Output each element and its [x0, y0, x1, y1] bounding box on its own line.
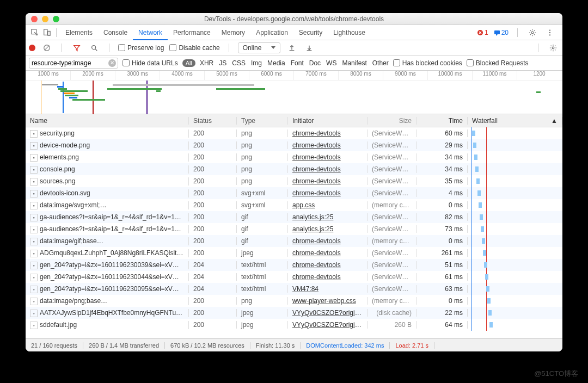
preserve-log-checkbox[interactable]: Preserve log — [118, 44, 164, 52]
filter-type-media[interactable]: Media — [267, 59, 285, 67]
footer-transferred: 260 B / 1.4 MB transferred — [83, 342, 165, 349]
initiator-link[interactable]: chrome-devtools — [292, 261, 341, 269]
filter-type-js[interactable]: JS — [219, 59, 226, 67]
network-settings-icon[interactable] — [547, 42, 559, 54]
table-row[interactable]: ▫elements.png200pngchrome-devtools(Servi… — [26, 151, 562, 163]
table-row[interactable]: ▫ga-audiences?t=sr&aip=1&_r=4&slf_rd=1&v… — [26, 223, 562, 235]
file-icon: ▫ — [30, 178, 38, 186]
more-icon[interactable] — [544, 27, 556, 39]
filter-all-pill[interactable]: All — [182, 59, 195, 67]
col-initiator[interactable]: Initiator — [288, 117, 367, 125]
initiator-link[interactable]: chrome-devtools — [292, 273, 341, 281]
tab-console[interactable]: Console — [98, 25, 133, 40]
filter-input[interactable] — [29, 58, 118, 69]
throttling-select[interactable]: Online — [238, 42, 281, 53]
record-icon[interactable] — [29, 45, 35, 51]
table-row[interactable]: ▫data:image/svg+xml;…200svg+xmlapp.css(m… — [26, 199, 562, 211]
upload-har-icon[interactable] — [286, 42, 298, 54]
file-icon: ▫ — [30, 130, 38, 138]
initiator-link[interactable]: chrome-devtools — [292, 189, 341, 197]
col-waterfall[interactable]: Waterfall▲ — [468, 117, 562, 125]
svg-point-8 — [549, 34, 550, 35]
col-status[interactable]: Status — [189, 117, 237, 125]
table-row[interactable]: ▫ga-audiences?t=sr&aip=1&_r=4&slf_rd=1&v… — [26, 211, 562, 223]
file-icon: ▫ — [30, 142, 38, 150]
table-row[interactable]: ▫security.png200pngchrome-devtools(Servi… — [26, 127, 562, 139]
search-icon[interactable] — [88, 42, 100, 54]
file-icon: ▫ — [30, 214, 38, 221]
table-row[interactable]: ▫data:image/gif;base…200gifchrome-devtoo… — [26, 235, 562, 247]
initiator-link[interactable]: app.css — [292, 201, 315, 209]
device-toggle-icon[interactable] — [41, 27, 53, 39]
table-row[interactable]: ▫gen_204?atyp=i&zx=1601196230039&sei=xV…… — [26, 259, 562, 271]
file-icon: ▫ — [30, 310, 38, 317]
overview-timeline[interactable]: 1000 ms2000 ms3000 ms4000 ms5000 ms6000 … — [26, 71, 562, 114]
svg-rect-4 — [494, 30, 500, 34]
initiator-link[interactable]: chrome-devtools — [292, 237, 341, 245]
initiator-link[interactable]: VYyQv0CSZOE?origin… — [292, 309, 365, 317]
table-row[interactable]: ▫gen_204?atyp=i&zx=1601196230095&sei=xV…… — [26, 283, 562, 295]
watermark: @51CTO博客 — [534, 369, 578, 379]
filter-type-manifest[interactable]: Manifest — [342, 59, 366, 67]
clear-filter-icon[interactable]: ✕ — [108, 59, 116, 67]
initiator-link[interactable]: VYyQv0CSZOE?origin… — [292, 321, 365, 329]
table-row[interactable]: ▫sddefault.jpg200jpegVYyQv0CSZOE?origin…… — [26, 319, 562, 331]
filter-type-xhr[interactable]: XHR — [200, 59, 213, 67]
blocked-requests-checkbox[interactable]: Blocked Requests — [467, 59, 529, 67]
download-har-icon[interactable] — [303, 42, 315, 54]
table-row[interactable]: ▫data:image/png;base…200pngwww-player-we… — [26, 295, 562, 307]
filter-type-other[interactable]: Other — [372, 59, 389, 67]
svg-point-5 — [531, 32, 534, 34]
filter-type-img[interactable]: Img — [251, 59, 262, 67]
initiator-link[interactable]: chrome-devtools — [292, 153, 341, 161]
svg-point-13 — [552, 47, 554, 49]
col-time[interactable]: Time — [416, 117, 468, 125]
error-badge[interactable]: 1 — [477, 29, 488, 36]
col-size[interactable]: Size — [367, 117, 416, 125]
disable-cache-checkbox[interactable]: Disable cache — [169, 44, 219, 52]
initiator-link[interactable]: chrome-devtools — [292, 141, 341, 149]
table-row[interactable]: ▫devtools-icon.svg200svg+xmlchrome-devto… — [26, 187, 562, 199]
initiator-link[interactable]: chrome-devtools — [292, 249, 341, 257]
initiator-link[interactable]: chrome-devtools — [292, 165, 341, 173]
request-table[interactable]: ▫security.png200pngchrome-devtools(Servi… — [26, 127, 562, 338]
table-row[interactable]: ▫device-mode.png200pngchrome-devtools(Se… — [26, 139, 562, 151]
filter-type-doc[interactable]: Doc — [309, 59, 321, 67]
filter-type-font[interactable]: Font — [291, 59, 304, 67]
tab-application[interactable]: Application — [250, 25, 293, 40]
has-blocked-cookies-checkbox[interactable]: Has blocked cookies — [393, 59, 462, 67]
inspect-icon[interactable] — [29, 27, 41, 39]
file-icon: ▫ — [30, 166, 38, 174]
tab-performance[interactable]: Performance — [168, 25, 216, 40]
col-type[interactable]: Type — [237, 117, 288, 125]
initiator-link[interactable]: VM47:84 — [292, 285, 318, 293]
svg-rect-1 — [44, 29, 47, 35]
col-name[interactable]: Name — [26, 117, 189, 125]
filter-icon[interactable] — [71, 42, 83, 54]
filter-type-ws[interactable]: WS — [326, 59, 336, 67]
tab-security[interactable]: Security — [293, 25, 328, 40]
clear-icon[interactable] — [41, 42, 53, 54]
tab-elements[interactable]: Elements — [60, 25, 98, 40]
initiator-link[interactable]: analytics.js:25 — [292, 213, 333, 221]
table-row[interactable]: ▫sources.png200pngchrome-devtools(Servic… — [26, 175, 562, 187]
svg-point-11 — [92, 45, 96, 49]
hide-data-urls-checkbox[interactable]: Hide data URLs — [122, 59, 178, 67]
initiator-link[interactable]: chrome-devtools — [292, 177, 341, 185]
tab-network[interactable]: Network — [133, 25, 168, 40]
filter-type-css[interactable]: CSS — [232, 59, 246, 67]
initiator-link[interactable]: chrome-devtools — [292, 129, 341, 137]
tab-lighthouse[interactable]: Lighthouse — [328, 25, 371, 40]
table-row[interactable]: ▫ADGmqu8qexLZuhphT_0Aj88Ng8riLFKASQlslt…… — [26, 247, 562, 259]
table-row[interactable]: ▫console.png200pngchrome-devtools(Servic… — [26, 163, 562, 175]
settings-icon[interactable] — [526, 27, 538, 39]
tab-memory[interactable]: Memory — [216, 25, 250, 40]
initiator-link[interactable]: www-player-webp.css — [292, 297, 356, 305]
panel-tabs: ElementsConsoleNetworkPerformanceMemoryA… — [26, 25, 562, 40]
table-row[interactable]: ▫gen_204?atyp=i&zx=1601196230044&sei=xV…… — [26, 271, 562, 283]
table-row[interactable]: ▫AATXAJywSlpD1jf4EbqHXTfbe0mnyHqGFNTu…20… — [26, 307, 562, 319]
initiator-link[interactable]: analytics.js:25 — [292, 225, 333, 233]
file-icon: ▫ — [30, 190, 38, 197]
message-badge[interactable]: 20 — [494, 29, 509, 36]
status-bar: 21 / 160 requests 260 B / 1.4 MB transfe… — [26, 338, 562, 351]
